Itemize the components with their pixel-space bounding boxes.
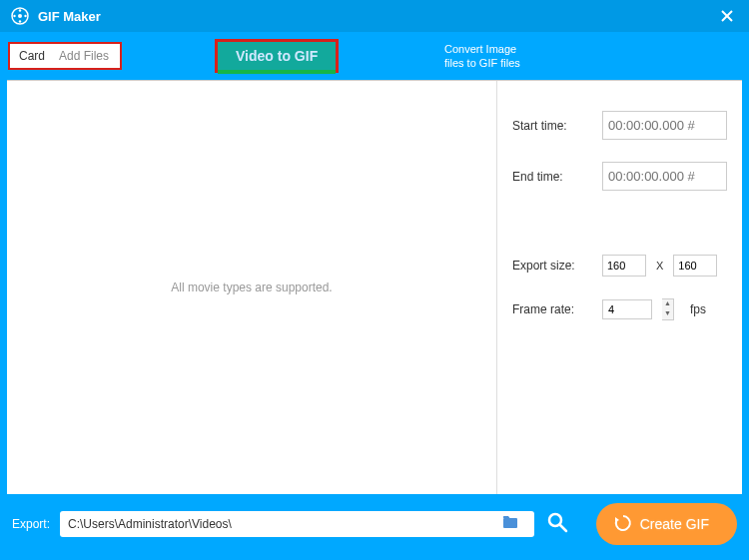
- create-gif-button[interactable]: Create GIF: [596, 503, 737, 545]
- svg-point-1: [18, 14, 22, 18]
- card-button[interactable]: Card: [13, 47, 51, 65]
- app-icon: [10, 6, 30, 26]
- footer: Export: Create GIF: [0, 494, 749, 554]
- search-icon[interactable]: [546, 511, 568, 537]
- frame-rate-spinner: ▲ ▼: [662, 298, 674, 320]
- svg-point-4: [13, 15, 15, 17]
- export-size-row: Export size: X: [512, 255, 727, 277]
- export-path-field: [60, 511, 534, 537]
- export-size-label: Export size:: [512, 259, 592, 273]
- tab-video-to-gif[interactable]: Video to GIF: [215, 39, 339, 73]
- main-area: All movie types are supported. Start tim…: [7, 80, 742, 494]
- create-gif-label: Create GIF: [640, 516, 709, 532]
- add-files-button[interactable]: Add Files: [51, 47, 117, 65]
- toolbar: Card Add Files Video to GIF Convert Imag…: [0, 32, 749, 80]
- svg-line-10: [560, 525, 566, 531]
- size-separator: X: [656, 260, 663, 272]
- fps-label: fps: [690, 302, 706, 316]
- toolbar-left-group: Card Add Files: [8, 42, 122, 70]
- svg-point-5: [24, 15, 26, 17]
- export-path-input[interactable]: [68, 517, 502, 531]
- frame-rate-input[interactable]: [602, 299, 652, 319]
- end-time-row: End time:: [512, 162, 727, 191]
- start-time-label: Start time:: [512, 119, 592, 133]
- dropzone-message: All movie types are supported.: [171, 280, 332, 294]
- folder-icon[interactable]: [502, 515, 520, 533]
- spinner-up-icon[interactable]: ▲: [662, 299, 673, 309]
- title-bar: GIF Maker: [0, 0, 749, 32]
- dropzone[interactable]: All movie types are supported.: [7, 81, 497, 494]
- start-time-input[interactable]: [602, 111, 727, 140]
- settings-panel: Start time: End time: Export size: X Fra…: [497, 81, 742, 494]
- export-height-input[interactable]: [673, 255, 717, 277]
- end-time-label: End time:: [512, 170, 592, 184]
- close-button[interactable]: [715, 4, 739, 28]
- convert-info-line2: files to GIF files: [444, 56, 520, 70]
- spinner-down-icon[interactable]: ▼: [662, 309, 673, 319]
- convert-info-line1: Convert Image: [444, 42, 520, 56]
- convert-info-text: Convert Image files to GIF files: [444, 42, 520, 71]
- svg-point-3: [19, 20, 21, 22]
- close-icon: [720, 9, 734, 23]
- export-width-input[interactable]: [602, 255, 646, 277]
- refresh-icon: [614, 514, 632, 535]
- end-time-input[interactable]: [602, 162, 727, 191]
- app-title: GIF Maker: [38, 9, 715, 24]
- frame-rate-row: Frame rate: ▲ ▼ fps: [512, 298, 727, 320]
- tab-bar: Video to GIF: [215, 39, 339, 73]
- export-label: Export:: [12, 517, 50, 531]
- svg-point-2: [19, 9, 21, 11]
- start-time-row: Start time:: [512, 111, 727, 140]
- frame-rate-label: Frame rate:: [512, 302, 592, 316]
- svg-rect-8: [503, 518, 517, 528]
